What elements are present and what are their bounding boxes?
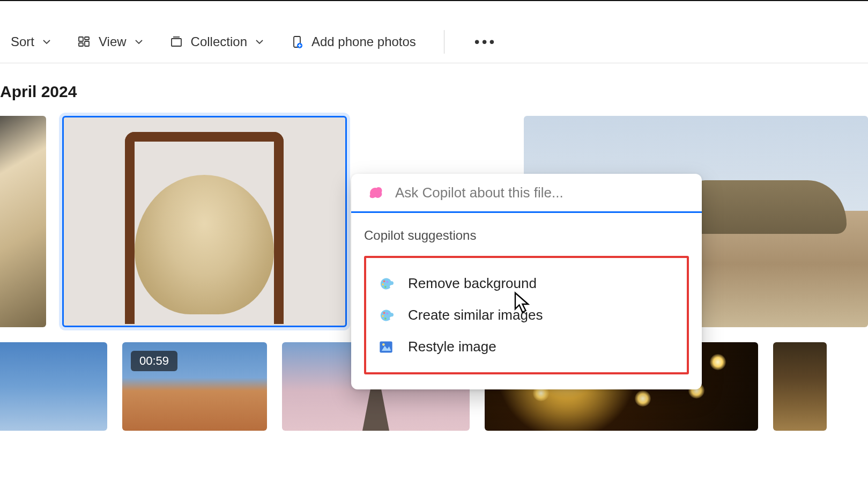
copilot-suggestions-heading: Copilot suggestions — [364, 228, 689, 243]
svg-rect-0 — [79, 37, 83, 41]
svg-point-18 — [382, 343, 385, 346]
toolbar: Sort View — [0, 20, 868, 63]
phone-add-icon — [290, 35, 304, 49]
toolbar-divider — [444, 30, 444, 54]
photo-thumbnail[interactable] — [773, 342, 827, 431]
photo-content — [218, 201, 225, 207]
svg-rect-16 — [380, 341, 392, 352]
collection-button[interactable]: Collection — [169, 34, 264, 49]
photo-content — [635, 390, 651, 407]
suggestion-create-similar-images[interactable]: Create similar images — [372, 299, 681, 331]
svg-point-10 — [384, 285, 387, 288]
svg-point-11 — [387, 281, 388, 282]
collection-icon — [169, 35, 183, 49]
svg-rect-4 — [172, 39, 181, 46]
sort-button[interactable]: Sort — [11, 34, 51, 49]
svg-point-12 — [383, 312, 385, 314]
add-phone-label: Add phone photos — [311, 34, 416, 49]
add-phone-photos-button[interactable]: Add phone photos — [290, 34, 416, 49]
more-button[interactable]: ••• — [474, 33, 496, 50]
svg-rect-3 — [79, 43, 83, 46]
video-thumbnail[interactable]: 00:59 — [122, 342, 267, 431]
svg-point-14 — [384, 317, 387, 319]
section-date-header: April 2024 — [0, 83, 868, 101]
annotation-highlight-box: Remove background Create — [364, 256, 689, 374]
grid-layout-icon — [77, 35, 91, 49]
image-icon — [378, 339, 394, 355]
copilot-icon — [366, 183, 384, 202]
view-label: View — [99, 34, 127, 49]
svg-point-13 — [382, 315, 384, 317]
sort-label: Sort — [11, 34, 34, 49]
suggestion-label: Remove background — [408, 275, 537, 292]
palette-icon — [378, 276, 394, 292]
suggestion-label: Restyle image — [408, 338, 496, 355]
view-button[interactable]: View — [77, 34, 144, 49]
photos-app-window: Sort View — [0, 0, 868, 479]
chevron-down-icon — [255, 37, 264, 47]
photo-thumbnail[interactable] — [0, 116, 46, 327]
chevron-down-icon — [42, 37, 51, 47]
photo-content — [184, 201, 190, 207]
palette-icon — [378, 307, 394, 323]
copilot-input-row — [351, 174, 702, 213]
svg-rect-1 — [85, 37, 89, 40]
photo-content — [710, 354, 726, 370]
suggestion-remove-background[interactable]: Remove background — [372, 268, 681, 299]
suggestion-restyle-image[interactable]: Restyle image — [372, 331, 681, 363]
svg-rect-2 — [85, 41, 89, 46]
suggestion-label: Create similar images — [408, 307, 543, 323]
svg-point-8 — [383, 280, 385, 282]
window-top-edge — [0, 0, 868, 4]
copilot-popup: Copilot suggestions Remove — [351, 174, 702, 389]
chevron-down-icon — [134, 37, 144, 47]
copilot-suggestions-panel: Copilot suggestions Remove — [351, 213, 702, 389]
svg-point-15 — [387, 312, 388, 314]
svg-point-9 — [382, 283, 384, 285]
video-duration-badge: 00:59 — [131, 351, 177, 371]
content-area: April 2024 00:59 — [0, 63, 868, 431]
more-horizontal-icon: ••• — [474, 33, 496, 50]
photo-content — [197, 212, 211, 222]
copilot-ask-input[interactable] — [394, 184, 687, 202]
photo-thumbnail-selected[interactable] — [62, 116, 347, 327]
photo-thumbnail[interactable] — [0, 342, 107, 431]
collection-label: Collection — [191, 34, 247, 49]
